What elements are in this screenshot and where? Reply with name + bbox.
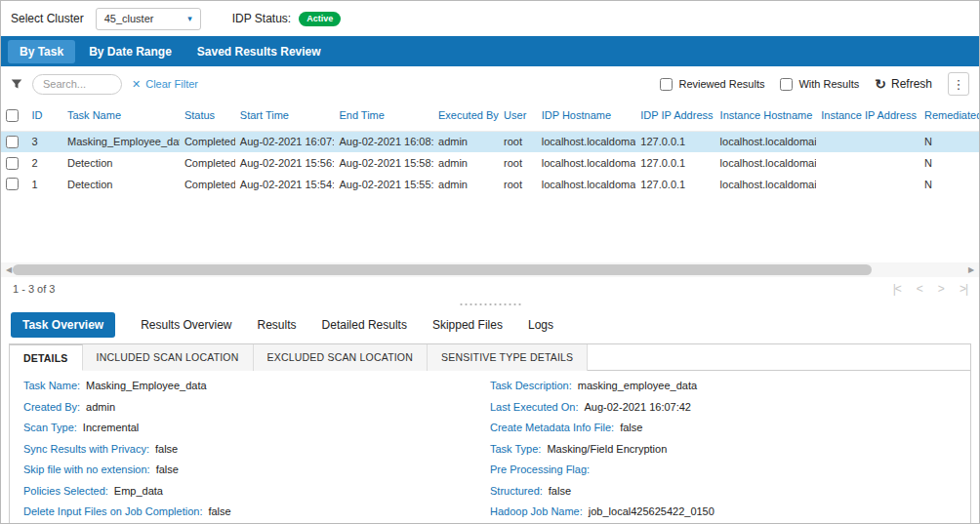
with-results-toggle[interactable]: With Results <box>780 78 859 91</box>
field-label: Task Type: <box>490 443 541 455</box>
task-table-container: ID Task Name Status Start Time End Time … <box>1 101 979 301</box>
col-user[interactable]: User <box>499 101 537 131</box>
tab-results[interactable]: Results <box>258 318 297 332</box>
more-options-button[interactable]: ⋮ <box>948 72 969 96</box>
tab-logs[interactable]: Logs <box>528 318 553 332</box>
splitter-grip-icon[interactable] <box>459 302 521 306</box>
cell-end-time: Aug-02-2021 15:55:16 <box>334 174 433 195</box>
field-value: Incremental <box>83 422 139 433</box>
panel-splitter[interactable] <box>1 301 979 308</box>
prev-page-icon[interactable]: < <box>917 282 922 296</box>
cell-idp-hostname: localhost.localdomain <box>537 152 636 174</box>
col-idp-ip[interactable]: IDP IP Address <box>635 101 715 131</box>
field-label: Task Name: <box>23 380 80 391</box>
col-start-time[interactable]: Start Time <box>235 101 335 131</box>
filter-bar: ✕ Clear Filter Reviewed Results With Res… <box>1 66 979 101</box>
field-structured: Structured: false <box>490 485 957 506</box>
cell-idp-ip: 127.0.0.1 <box>635 131 715 152</box>
cell-instance-hostname: localhost.localdomain <box>715 131 817 152</box>
tab-detailed-results[interactable]: Detailed Results <box>322 318 407 332</box>
refresh-button[interactable]: ↻ Refresh <box>875 76 932 92</box>
cell-task-name: Masking_Employee_data <box>62 131 180 152</box>
row-checkbox[interactable] <box>6 136 19 148</box>
first-page-icon[interactable]: |< <box>893 282 901 296</box>
field-value: false <box>156 464 179 475</box>
clear-filter-label: Clear Filter <box>145 78 198 90</box>
field-value: false <box>155 443 178 455</box>
subtab-included-scan-location[interactable]: INCLUDED SCAN LOCATION <box>83 344 254 371</box>
scroll-right-icon[interactable]: ▶ <box>966 265 976 274</box>
row-checkbox[interactable] <box>6 157 19 170</box>
field-value: Masking_Employee_data <box>86 380 207 391</box>
top-bar: Select Cluster 45_cluster ▾ IDP Status: … <box>1 1 979 36</box>
cell-start-time: Aug-02-2021 16:07:42 <box>235 131 335 152</box>
tab-by-task[interactable]: By Task <box>8 40 75 63</box>
tab-task-overview[interactable]: Task Overview <box>11 312 115 338</box>
tab-saved-results-review[interactable]: Saved Results Review <box>185 40 333 63</box>
field-create-metadata-info-file: Create Metadata Info File: false <box>490 422 957 443</box>
cell-idp-hostname: localhost.localdomain <box>537 174 636 195</box>
col-id[interactable]: ID <box>26 101 62 131</box>
field-value: Emp_data <box>114 485 163 497</box>
task-table: ID Task Name Status Start Time End Time … <box>1 101 979 194</box>
cell-user: root <box>499 152 537 174</box>
table-row[interactable]: 1 Detection Completed Aug-02-2021 15:54:… <box>1 174 979 195</box>
subtab-details[interactable]: DETAILS <box>10 344 83 371</box>
cluster-dropdown-value: 45_cluster <box>104 13 154 24</box>
cell-instance-ip <box>816 131 919 152</box>
col-executed-by[interactable]: Executed By <box>433 101 499 131</box>
col-instance-hostname[interactable]: Instance Hostname <box>715 101 817 131</box>
last-page-icon[interactable]: >| <box>960 282 967 296</box>
subtab-sensitive-type-details[interactable]: SENSITIVE TYPE DETAILS <box>428 344 588 371</box>
cell-executed-by: admin <box>433 174 499 195</box>
with-results-label: With Results <box>798 78 859 90</box>
table-row[interactable]: 2 Detection Completed Aug-02-2021 15:56:… <box>1 152 979 174</box>
field-label: Hadoop Job Name: <box>490 505 583 517</box>
cell-instance-hostname: localhost.localdomain <box>715 174 817 195</box>
col-remediated[interactable]: Remediated <box>919 101 979 131</box>
cell-start-time: Aug-02-2021 15:56:50 <box>235 152 335 174</box>
cell-idp-hostname: localhost.localdomain <box>537 131 636 152</box>
next-page-icon[interactable]: > <box>938 282 944 296</box>
cell-status: Completed <box>180 174 235 195</box>
cell-task-name: Detection <box>62 152 180 174</box>
cell-instance-ip <box>816 152 919 174</box>
field-created-by: Created By: admin <box>23 401 490 423</box>
col-instance-ip[interactable]: Instance IP Address <box>816 101 919 131</box>
pagination-controls: |< < > >| <box>893 282 967 296</box>
field-label: Scan Type: <box>23 422 77 433</box>
cell-executed-by: admin <box>433 131 499 152</box>
col-task-name[interactable]: Task Name <box>62 101 180 131</box>
row-checkbox[interactable] <box>6 178 19 190</box>
table-row[interactable]: 3 Masking_Employee_data Completed Aug-02… <box>1 131 979 152</box>
col-idp-hostname[interactable]: IDP Hostname <box>537 101 636 131</box>
tab-by-date-range[interactable]: By Date Range <box>77 40 184 63</box>
with-results-checkbox[interactable] <box>780 78 793 91</box>
field-value: masking_employee_data <box>578 380 697 391</box>
filter-right-controls: Reviewed Results With Results ↻ Refresh … <box>660 72 969 96</box>
cell-remediated: N <box>919 131 979 152</box>
scrollbar-thumb[interactable] <box>13 264 872 275</box>
col-status[interactable]: Status <box>180 101 235 131</box>
refresh-icon: ↻ <box>875 76 886 92</box>
tab-skipped-files[interactable]: Skipped Files <box>432 318 503 332</box>
tab-results-overview[interactable]: Results Overview <box>141 318 231 332</box>
search-input[interactable] <box>32 74 122 95</box>
field-delete-input-files: Delete Input Files on Job Completion: fa… <box>23 505 490 524</box>
reviewed-results-toggle[interactable]: Reviewed Results <box>660 78 764 91</box>
cell-id: 3 <box>26 131 62 152</box>
cell-idp-ip: 127.0.0.1 <box>635 174 715 195</box>
horizontal-scrollbar[interactable]: ◀ ▶ <box>1 262 979 277</box>
col-end-time[interactable]: End Time <box>334 101 433 131</box>
select-all-checkbox[interactable] <box>6 109 19 122</box>
reviewed-results-checkbox[interactable] <box>660 78 673 91</box>
cluster-dropdown[interactable]: 45_cluster ▾ <box>96 8 201 30</box>
chevron-down-icon: ▾ <box>187 14 192 23</box>
idp-status-badge: Active <box>299 12 341 26</box>
field-task-description: Task Description: masking_employee_data <box>490 380 957 401</box>
clear-filter-button[interactable]: ✕ Clear Filter <box>132 78 198 91</box>
cell-remediated: N <box>919 152 979 174</box>
subtab-excluded-scan-location[interactable]: EXCLUDED SCAN LOCATION <box>254 344 428 371</box>
field-skip-file-no-extension: Skip file with no extension: false <box>23 464 490 485</box>
details-content: Task Name: Masking_Employee_data Created… <box>10 371 970 524</box>
